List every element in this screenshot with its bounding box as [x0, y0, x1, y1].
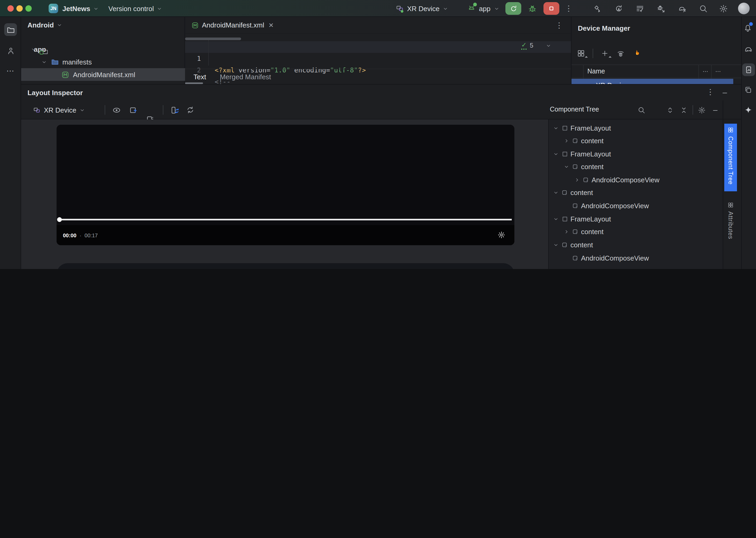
refresh-icon[interactable] — [186, 106, 195, 114]
expand-all-icon[interactable] — [666, 106, 674, 114]
gradle-icon[interactable] — [744, 44, 753, 53]
column-name[interactable]: Name — [587, 68, 605, 75]
tree-settings-icon[interactable] — [698, 106, 706, 114]
inspections-widget[interactable]: ✓ 5 — [521, 41, 552, 50]
tree-node[interactable]: AndroidComposeView — [552, 251, 722, 264]
vcs-menu[interactable]: Version control — [108, 5, 162, 13]
chevron-down-icon[interactable] — [552, 189, 559, 195]
run-config-selector[interactable]: app — [467, 4, 499, 13]
firebase-icon[interactable] — [632, 49, 641, 58]
build-run-icon[interactable] — [593, 4, 602, 13]
tree-item-manifest-file[interactable]: AndroidManifest.xml — [21, 68, 185, 81]
folder-icon — [6, 25, 15, 34]
column-more[interactable]: ... — [715, 66, 721, 74]
chevron-down-icon[interactable] — [552, 125, 559, 131]
add-device-icon[interactable] — [601, 49, 609, 58]
progress-thumb[interactable] — [57, 217, 62, 222]
video-settings-icon[interactable] — [497, 231, 505, 239]
chevron-right-icon[interactable] — [574, 177, 580, 183]
chevron-up-icon[interactable] — [537, 42, 543, 48]
tab-text[interactable]: Text — [194, 73, 206, 81]
minimize-window-button[interactable] — [16, 5, 23, 12]
editor-tab[interactable]: AndroidManifest.xml ✕ — [185, 17, 280, 33]
video-progress-bar[interactable] — [59, 219, 512, 220]
code-line[interactable]: 2 <!-- — [185, 53, 571, 65]
user-avatar[interactable] — [738, 3, 750, 14]
panel-title: Device Manager — [578, 24, 630, 32]
code-line[interactable]: 1 <?xml version="1.0" encoding="utf-8"?> — [185, 41, 571, 53]
chevron-down-icon — [41, 59, 47, 65]
tree-node[interactable]: FrameLayout — [552, 147, 722, 160]
device-selector[interactable]: XR Device — [395, 4, 448, 13]
stop-button[interactable] — [544, 2, 559, 15]
commit-tool-button[interactable] — [4, 44, 17, 57]
device-row-selected[interactable]: XR Device — [571, 79, 733, 84]
device-manager-button[interactable] — [742, 63, 755, 76]
project-tool-button[interactable] — [4, 23, 17, 36]
close-tab-icon[interactable]: ✕ — [268, 22, 274, 29]
chevron-down-icon[interactable] — [546, 42, 552, 48]
app-logo: JN — [49, 4, 58, 13]
apply-changes-icon[interactable] — [614, 4, 623, 13]
chevron-down-icon — [80, 107, 86, 113]
tree-item-app[interactable]: app — [21, 43, 185, 56]
chevron-down-icon[interactable] — [563, 164, 570, 169]
tree-node[interactable]: AndroidComposeView — [552, 173, 722, 186]
view-options-icon[interactable] — [112, 106, 121, 115]
chevron-down-icon — [494, 6, 499, 11]
chevron-down-icon[interactable] — [552, 216, 559, 222]
debug-icon[interactable] — [528, 4, 537, 13]
rerun-button[interactable] — [505, 2, 521, 15]
column-more[interactable]: ... — [703, 66, 708, 74]
build-analyzer-icon[interactable] — [635, 4, 644, 13]
hide-panel-icon[interactable] — [721, 89, 728, 97]
tab-attributes[interactable]: Attributes — [724, 199, 737, 247]
player-transport-bar — [57, 263, 514, 269]
zoom-window-button[interactable] — [26, 5, 32, 12]
tree-tab-icon — [727, 127, 734, 133]
settings-icon[interactable] — [719, 4, 728, 13]
tree-node[interactable]: content — [552, 134, 722, 147]
panel-options-icon[interactable]: ⋯ — [706, 88, 715, 97]
chevron-down-icon[interactable] — [552, 151, 559, 157]
inspector-canvas[interactable]: 00:00 · 00:17 Theories about Saturn's ri… — [21, 120, 548, 269]
export-snapshot-icon[interactable] — [129, 106, 138, 115]
collapse-all-icon[interactable] — [680, 106, 688, 114]
tree-node[interactable]: FrameLayout — [552, 212, 722, 225]
tree-node[interactable]: AndroidComposeView — [552, 199, 722, 212]
project-view-selector[interactable]: Android — [28, 21, 62, 29]
editor-tab-bar: AndroidManifest.xml ✕ ⋯ — [185, 17, 571, 34]
more-tool-windows-button[interactable]: ⋯ — [4, 65, 17, 77]
tree-item-manifests[interactable]: manifests — [21, 56, 185, 68]
tab-component-tree[interactable]: Component Tree — [724, 124, 737, 191]
more-actions-icon[interactable]: ⋯ — [564, 5, 574, 13]
search-everywhere-icon[interactable] — [699, 4, 708, 13]
process-selector[interactable]: XR Device — [33, 100, 86, 120]
restart-icon — [509, 5, 517, 12]
notifications-button[interactable] — [743, 23, 752, 32]
tree-node[interactable]: content — [552, 160, 722, 173]
pair-wifi-icon[interactable] — [616, 49, 625, 58]
tree-node[interactable]: content — [552, 186, 722, 199]
layout-inspector-toolbar: XR Device Component Tree — [21, 100, 741, 120]
running-devices-icon[interactable] — [744, 85, 752, 94]
gradle-sync-icon[interactable] — [678, 4, 687, 13]
search-icon[interactable] — [638, 106, 646, 114]
tab-merged-manifest[interactable]: Merged Manifest — [220, 73, 271, 81]
device-groups-icon[interactable] — [577, 49, 585, 58]
chevron-down-icon[interactable] — [552, 242, 559, 247]
tree-node[interactable]: content — [552, 225, 722, 238]
editor-options-icon[interactable]: ⋯ — [554, 22, 564, 30]
scrollbar-thumb[interactable] — [185, 37, 241, 40]
attach-debugger-icon[interactable] — [657, 4, 666, 13]
project-menu[interactable]: JetNews — [62, 5, 99, 13]
minimize-icon[interactable] — [712, 107, 719, 114]
chevron-right-icon[interactable] — [563, 229, 570, 235]
live-updates-icon[interactable] — [170, 106, 179, 115]
tree-node[interactable]: content — [552, 238, 722, 251]
chevron-right-icon[interactable] — [563, 138, 570, 143]
close-window-button[interactable] — [7, 5, 14, 12]
tree-node[interactable]: FrameLayout — [552, 122, 722, 134]
gemini-sparkle-icon[interactable] — [744, 106, 753, 115]
video-player[interactable]: 00:00 · 00:17 — [57, 125, 514, 245]
